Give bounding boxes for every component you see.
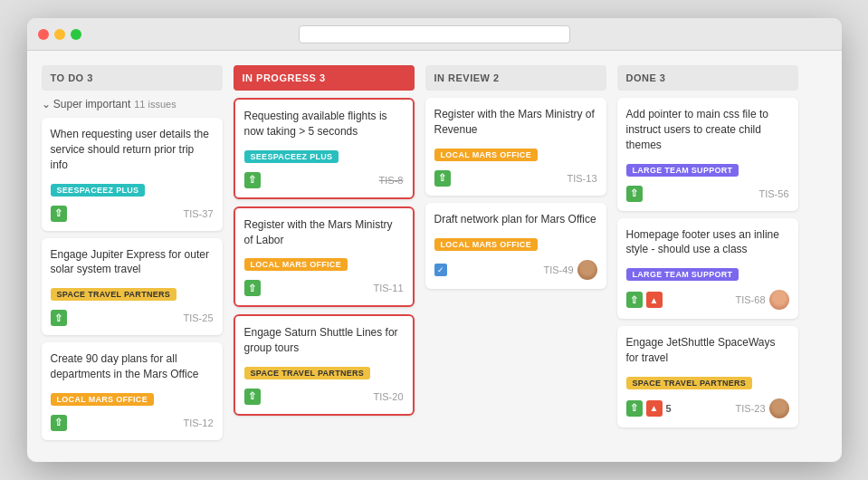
upload-icon[interactable]: ⇧ [244, 389, 261, 405]
ticket-id: TIS-12 [183, 418, 213, 428]
card-title: Engage Saturn Shuttle Lines for group to… [244, 325, 404, 356]
avatar [769, 290, 789, 310]
avatar [577, 260, 597, 280]
ticket-id: TIS-37 [183, 208, 213, 219]
column-inprogress: IN PROGRESS 3Requesting available flight… [234, 65, 415, 447]
close-button[interactable] [38, 29, 49, 40]
ticket-id: TIS-8 [379, 175, 404, 186]
card-title: Homepage footer uses an inline style - s… [626, 227, 789, 258]
card[interactable]: Engage JetShuttle SpaceWays for travelSP… [617, 326, 798, 427]
group-label: ⌄ Super important11 issues [42, 98, 223, 110]
card-icons: ⇧ [626, 186, 643, 202]
card-right-side: TIS-11 [373, 283, 403, 293]
card-footer: ⇧TIS-56 [626, 186, 789, 202]
avatar [769, 398, 789, 418]
column-done: DONE 3Add pointer to main css file to in… [617, 65, 798, 447]
badge-count: 5 [666, 403, 672, 414]
card-icons: ⇧ [51, 415, 67, 431]
card[interactable]: Register with the Mars Ministry of Labor… [234, 206, 415, 308]
ticket-id: TIS-49 [543, 264, 573, 275]
card-right-side: TIS-56 [758, 188, 788, 199]
ticket-id: TIS-68 [735, 294, 765, 305]
card-right-side: TIS-68 [735, 290, 788, 310]
card-footer: ⇧▲5TIS-23 [626, 398, 789, 418]
column-header-done: DONE 3 [617, 65, 798, 91]
card-tag: SPACE TRAVEL PARTNERS [51, 288, 177, 301]
card-right-side: TIS-37 [183, 208, 213, 219]
upload-icon[interactable]: ⇧ [51, 415, 67, 431]
app-window: TO DO 3⌄ Super important11 issuesWhen re… [27, 18, 842, 462]
card-icons: ⇧ [51, 310, 67, 326]
ticket-id: TIS-20 [373, 391, 403, 402]
card-tag: SPACE TRAVEL PARTNERS [244, 367, 371, 379]
card-footer: ⇧▲TIS-68 [626, 290, 789, 310]
card-tag: SPACE TRAVEL PARTNERS [626, 377, 753, 389]
card-title: Draft network plan for Mars Office [434, 212, 597, 227]
card[interactable]: Register with the Mars Ministry of Reven… [425, 98, 606, 196]
card-icons: ⇧ [244, 172, 261, 188]
card-footer: ⇧TIS-12 [51, 415, 214, 431]
card-tag: LOCAL MARS OFFICE [244, 258, 348, 271]
card-footer: ⇧TIS-25 [51, 310, 214, 326]
card[interactable]: Create 90 day plans for all departments … [42, 342, 223, 440]
card-tag: SEESPACEEZ PLUS [244, 150, 339, 163]
card[interactable]: When requesting user details the service… [42, 118, 223, 230]
arrow-up-icon[interactable]: ▲ [646, 292, 663, 308]
upload-icon[interactable]: ⇧ [626, 186, 643, 202]
titlebar [27, 18, 842, 51]
board: TO DO 3⌄ Super important11 issuesWhen re… [27, 51, 842, 462]
card-footer: ⇧TIS-13 [434, 170, 597, 187]
upload-icon[interactable]: ⇧ [244, 280, 261, 296]
column-todo: TO DO 3⌄ Super important11 issuesWhen re… [42, 65, 223, 447]
card-icons: ⇧▲5 [626, 400, 672, 417]
card-icons: ⇧ [244, 389, 261, 405]
card-icons: ⇧ [434, 170, 451, 187]
column-inreview: IN REVIEW 2Register with the Mars Minist… [425, 65, 606, 447]
card-icons: ✓ [434, 264, 447, 276]
card-title: Engage JetShuttle SpaceWays for travel [626, 335, 789, 366]
checkbox-icon[interactable]: ✓ [434, 264, 447, 276]
arrow-up-icon[interactable]: ▲ [646, 400, 663, 417]
card[interactable]: Homepage footer uses an inline style - s… [617, 218, 798, 320]
card-title: Create 90 day plans for all departments … [51, 351, 214, 382]
card[interactable]: Draft network plan for Mars OfficeLOCAL … [425, 203, 606, 289]
ticket-id: TIS-13 [567, 173, 596, 184]
card[interactable]: Engage Jupiter Express for outer solar s… [42, 238, 223, 336]
card-tag: LOCAL MARS OFFICE [434, 149, 538, 161]
address-bar[interactable] [299, 25, 570, 43]
card-title: Engage Jupiter Express for outer solar s… [51, 247, 214, 278]
card-right-side: TIS-12 [183, 418, 213, 428]
card-title: Register with the Mars Ministry of Reven… [434, 107, 597, 138]
card-icons: ⇧ [244, 280, 261, 296]
fullscreen-button[interactable] [71, 29, 81, 40]
card-right-side: TIS-8 [379, 175, 404, 186]
ticket-id: TIS-11 [373, 283, 403, 293]
card[interactable]: Add pointer to main css file to instruct… [617, 98, 798, 210]
upload-icon[interactable]: ⇧ [434, 170, 451, 187]
card-footer: ⇧TIS-8 [244, 172, 404, 188]
card-tag: LARGE TEAM SUPPORT [626, 268, 739, 281]
card-tag: LOCAL MARS OFFICE [434, 238, 538, 251]
upload-icon[interactable]: ⇧ [626, 400, 643, 417]
upload-icon[interactable]: ⇧ [51, 206, 67, 222]
card[interactable]: Requesting available flights is now taki… [234, 98, 415, 199]
ticket-id: TIS-23 [735, 403, 765, 414]
upload-icon[interactable]: ⇧ [244, 172, 261, 188]
card-tag: SEESPACEEZ PLUS [51, 184, 146, 197]
upload-icon[interactable]: ⇧ [626, 292, 643, 308]
traffic-lights [38, 29, 81, 40]
card-right-side: TIS-49 [543, 260, 596, 280]
card-title: Register with the Mars Ministry of Labor [244, 217, 404, 248]
card-right-side: TIS-23 [735, 398, 788, 418]
upload-icon[interactable]: ⇧ [51, 310, 67, 326]
card-tag: LARGE TEAM SUPPORT [626, 164, 739, 177]
card-icons: ⇧▲ [626, 292, 663, 308]
column-header-todo: TO DO 3 [42, 65, 223, 91]
card-footer: ⇧TIS-20 [244, 389, 404, 405]
card-right-side: TIS-20 [373, 391, 403, 402]
card-tag: LOCAL MARS OFFICE [51, 393, 154, 406]
card[interactable]: Engage Saturn Shuttle Lines for group to… [234, 314, 415, 416]
card-title: When requesting user details the service… [51, 127, 214, 172]
card-footer: ✓TIS-49 [434, 260, 597, 280]
minimize-button[interactable] [54, 29, 65, 40]
